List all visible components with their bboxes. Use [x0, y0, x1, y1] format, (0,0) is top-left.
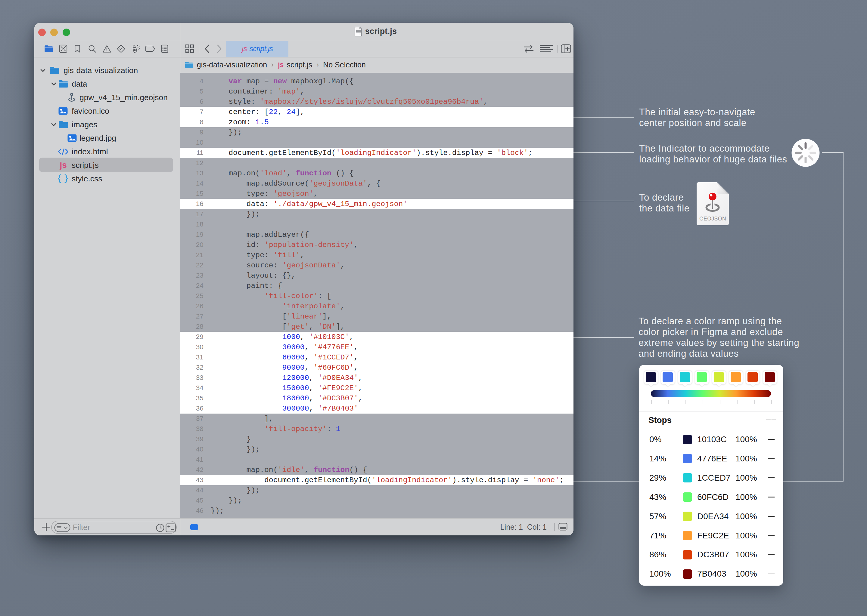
svg-text:GEOJSON: GEOJSON — [699, 216, 726, 222]
